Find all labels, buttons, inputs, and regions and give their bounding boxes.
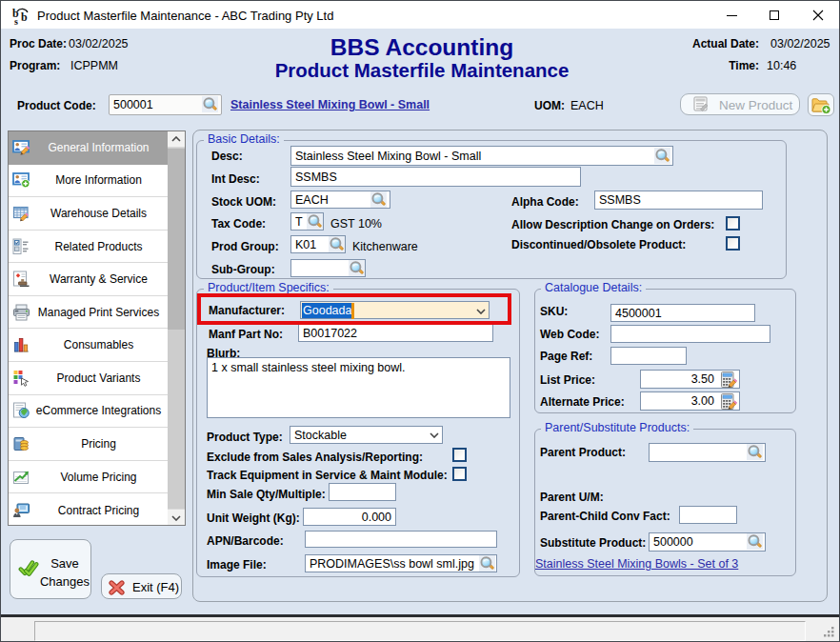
svg-text:s: s: [14, 16, 18, 26]
svg-text:b: b: [21, 10, 28, 24]
